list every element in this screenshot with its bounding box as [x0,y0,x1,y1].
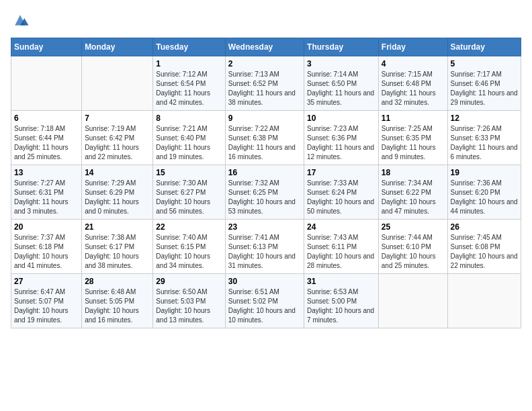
day-info: Sunrise: 7:37 AMSunset: 6:18 PMDaylight:… [14,233,79,271]
calendar-week-row: 6Sunrise: 7:18 AMSunset: 6:44 PMDaylight… [11,111,521,165]
day-number: 19 [451,168,518,177]
day-number: 27 [14,277,79,286]
calendar-cell: 16Sunrise: 7:32 AMSunset: 6:25 PMDayligh… [225,165,304,220]
day-number: 18 [382,168,445,177]
day-info: Sunrise: 7:23 AMSunset: 6:36 PMDaylight:… [307,124,375,162]
calendar-cell: 29Sunrise: 6:50 AMSunset: 5:03 PMDayligh… [153,274,225,328]
calendar-cell: 1Sunrise: 7:12 AMSunset: 6:54 PMDaylight… [153,56,225,111]
day-info: Sunrise: 7:21 AMSunset: 6:40 PMDaylight:… [156,124,222,162]
calendar-cell [11,56,82,111]
day-number: 5 [451,59,518,68]
logo [11,11,32,30]
calendar-cell: 23Sunrise: 7:41 AMSunset: 6:13 PMDayligh… [225,220,304,274]
day-info: Sunrise: 6:51 AMSunset: 5:02 PMDaylight:… [228,287,301,325]
day-info: Sunrise: 7:29 AMSunset: 6:29 PMDaylight:… [85,179,150,216]
day-number: 11 [382,113,445,123]
calendar-cell: 26Sunrise: 7:45 AMSunset: 6:08 PMDayligh… [447,220,521,274]
day-number: 20 [14,222,79,232]
day-info: Sunrise: 7:40 AMSunset: 6:15 PMDaylight:… [156,233,222,271]
calendar-week-row: 27Sunrise: 6:47 AMSunset: 5:07 PMDayligh… [11,274,521,328]
calendar-cell: 18Sunrise: 7:34 AMSunset: 6:22 PMDayligh… [378,165,447,220]
calendar-table: SundayMondayTuesdayWednesdayThursdayFrid… [11,38,521,328]
day-number: 13 [14,168,79,177]
calendar-week-row: 13Sunrise: 7:27 AMSunset: 6:31 PMDayligh… [11,165,521,220]
day-number: 1 [156,59,222,68]
day-number: 28 [85,277,150,286]
weekday-header-tuesday: Tuesday [153,38,225,56]
day-number: 25 [382,222,445,232]
calendar-cell: 11Sunrise: 7:25 AMSunset: 6:35 PMDayligh… [378,111,447,165]
calendar-week-row: 1Sunrise: 7:12 AMSunset: 6:54 PMDaylight… [11,56,521,111]
calendar-cell: 3Sunrise: 7:14 AMSunset: 6:50 PMDaylight… [304,56,379,111]
logo-icon [11,11,30,30]
day-info: Sunrise: 6:50 AMSunset: 5:03 PMDaylight:… [156,287,222,325]
page-header [11,11,521,30]
calendar-cell: 30Sunrise: 6:51 AMSunset: 5:02 PMDayligh… [225,274,304,328]
calendar-cell: 10Sunrise: 7:23 AMSunset: 6:36 PMDayligh… [304,111,379,165]
day-number: 23 [228,222,301,232]
day-number: 10 [307,113,375,123]
calendar-cell: 20Sunrise: 7:37 AMSunset: 6:18 PMDayligh… [11,220,82,274]
day-info: Sunrise: 6:48 AMSunset: 5:05 PMDaylight:… [85,287,150,325]
day-info: Sunrise: 7:17 AMSunset: 6:46 PMDaylight:… [451,70,518,107]
day-number: 4 [382,59,445,68]
weekday-header-saturday: Saturday [447,38,521,56]
weekday-header-wednesday: Wednesday [225,38,304,56]
day-number: 8 [156,113,222,123]
day-number: 9 [228,113,301,123]
weekday-header-friday: Friday [378,38,447,56]
day-number: 30 [228,277,301,286]
calendar-cell: 15Sunrise: 7:30 AMSunset: 6:27 PMDayligh… [153,165,225,220]
calendar-cell: 24Sunrise: 7:43 AMSunset: 6:11 PMDayligh… [304,220,379,274]
day-info: Sunrise: 7:19 AMSunset: 6:42 PMDaylight:… [85,124,150,162]
day-number: 29 [156,277,222,286]
day-number: 7 [85,113,150,123]
day-info: Sunrise: 7:41 AMSunset: 6:13 PMDaylight:… [228,233,301,271]
weekday-header-thursday: Thursday [304,38,379,56]
day-info: Sunrise: 7:12 AMSunset: 6:54 PMDaylight:… [156,70,222,107]
calendar-cell [447,274,521,328]
calendar-cell [378,274,447,328]
calendar-cell: 6Sunrise: 7:18 AMSunset: 6:44 PMDaylight… [11,111,82,165]
day-number: 31 [307,277,375,286]
day-number: 6 [14,113,79,123]
day-info: Sunrise: 7:13 AMSunset: 6:52 PMDaylight:… [228,70,301,107]
calendar-cell: 5Sunrise: 7:17 AMSunset: 6:46 PMDaylight… [447,56,521,111]
day-info: Sunrise: 7:14 AMSunset: 6:50 PMDaylight:… [307,70,375,107]
calendar-cell: 8Sunrise: 7:21 AMSunset: 6:40 PMDaylight… [153,111,225,165]
day-info: Sunrise: 7:45 AMSunset: 6:08 PMDaylight:… [451,233,518,271]
day-number: 15 [156,168,222,177]
day-info: Sunrise: 7:32 AMSunset: 6:25 PMDaylight:… [228,179,301,216]
day-info: Sunrise: 7:27 AMSunset: 6:31 PMDaylight:… [14,179,79,216]
day-number: 14 [85,168,150,177]
day-info: Sunrise: 7:25 AMSunset: 6:35 PMDaylight:… [382,124,445,162]
calendar-week-row: 20Sunrise: 7:37 AMSunset: 6:18 PMDayligh… [11,220,521,274]
day-info: Sunrise: 7:18 AMSunset: 6:44 PMDaylight:… [14,124,79,162]
calendar-cell: 4Sunrise: 7:15 AMSunset: 6:48 PMDaylight… [378,56,447,111]
day-info: Sunrise: 7:26 AMSunset: 6:33 PMDaylight:… [451,124,518,162]
day-info: Sunrise: 7:36 AMSunset: 6:20 PMDaylight:… [451,179,518,216]
weekday-header-row: SundayMondayTuesdayWednesdayThursdayFrid… [11,38,521,56]
day-info: Sunrise: 7:44 AMSunset: 6:10 PMDaylight:… [382,233,445,271]
calendar-cell: 14Sunrise: 7:29 AMSunset: 6:29 PMDayligh… [82,165,153,220]
day-info: Sunrise: 7:15 AMSunset: 6:48 PMDaylight:… [382,70,445,107]
calendar-cell: 12Sunrise: 7:26 AMSunset: 6:33 PMDayligh… [447,111,521,165]
calendar-cell: 7Sunrise: 7:19 AMSunset: 6:42 PMDaylight… [82,111,153,165]
day-number: 12 [451,113,518,123]
calendar-cell: 27Sunrise: 6:47 AMSunset: 5:07 PMDayligh… [11,274,82,328]
calendar-cell [82,56,153,111]
day-number: 3 [307,59,375,68]
day-number: 16 [228,168,301,177]
weekday-header-sunday: Sunday [11,38,82,56]
weekday-header-monday: Monday [82,38,153,56]
calendar-cell: 17Sunrise: 7:33 AMSunset: 6:24 PMDayligh… [304,165,379,220]
calendar-cell: 19Sunrise: 7:36 AMSunset: 6:20 PMDayligh… [447,165,521,220]
day-info: Sunrise: 7:38 AMSunset: 6:17 PMDaylight:… [85,233,150,271]
calendar-cell: 25Sunrise: 7:44 AMSunset: 6:10 PMDayligh… [378,220,447,274]
calendar-cell: 21Sunrise: 7:38 AMSunset: 6:17 PMDayligh… [82,220,153,274]
day-number: 21 [85,222,150,232]
day-info: Sunrise: 7:34 AMSunset: 6:22 PMDaylight:… [382,179,445,216]
day-number: 2 [228,59,301,68]
calendar-cell: 22Sunrise: 7:40 AMSunset: 6:15 PMDayligh… [153,220,225,274]
day-number: 26 [451,222,518,232]
